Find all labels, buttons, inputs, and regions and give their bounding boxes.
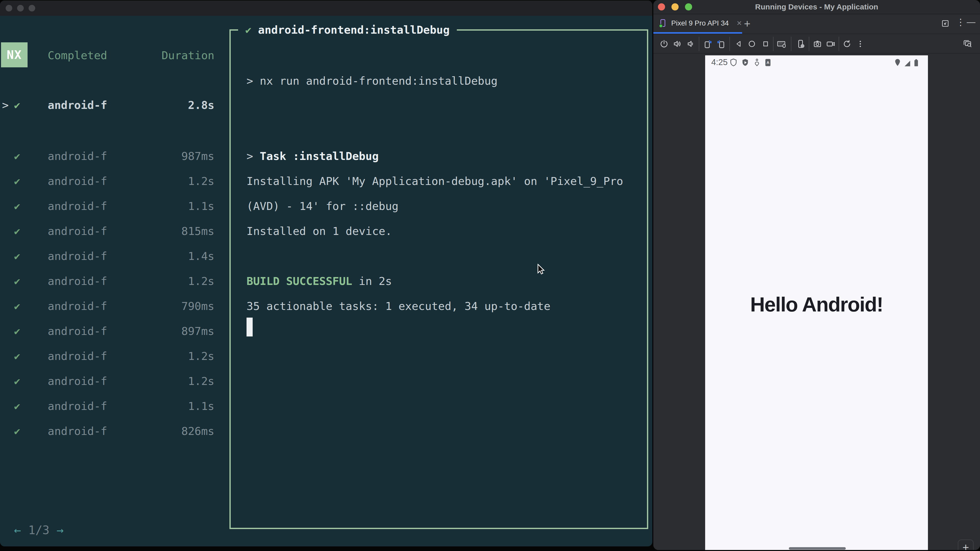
task-duration: 815ms xyxy=(163,225,215,238)
check-icon: ✔ xyxy=(14,375,20,387)
task-name: android-f xyxy=(48,99,107,111)
emulator-toolbar xyxy=(653,34,980,54)
device-settings-icon[interactable] xyxy=(795,39,806,49)
check-icon: ✔ xyxy=(14,425,20,437)
zoom-circle-icon[interactable] xyxy=(685,3,692,11)
close-circle-icon[interactable] xyxy=(6,5,12,11)
restart-icon[interactable] xyxy=(842,39,852,49)
task-row[interactable]: ✔ android-f 1.2s xyxy=(0,173,215,189)
task-duration: 2.8s xyxy=(163,99,215,111)
task-row[interactable]: ✔ android-f 1.2s xyxy=(0,273,215,289)
task-duration: 826ms xyxy=(163,425,215,437)
check-icon: ✔ xyxy=(14,275,20,287)
minimize-circle-icon[interactable] xyxy=(671,3,679,11)
window-title: Running Devices - My Application xyxy=(653,0,980,14)
minimize-circle-icon[interactable] xyxy=(17,5,24,11)
screen-record-icon[interactable] xyxy=(826,39,836,49)
running-devices-window: Running Devices - My Application Pixel 9… xyxy=(653,0,980,550)
back-icon[interactable] xyxy=(734,39,743,48)
column-duration: Duration xyxy=(162,49,215,62)
task-row[interactable]: ✔ android-f 1.1s xyxy=(0,398,215,414)
hello-android-text: Hello Android! xyxy=(705,293,928,316)
task-row[interactable]: ✔ android-f 815ms xyxy=(0,223,215,239)
volume-up-icon[interactable] xyxy=(673,39,682,49)
column-completed: Completed xyxy=(48,49,107,62)
more-vertical-icon[interactable]: ⋮ xyxy=(956,17,965,27)
power-icon[interactable] xyxy=(659,39,669,49)
terminal-cursor xyxy=(247,318,253,337)
battery-icon xyxy=(912,58,920,68)
running-devices-titlebar[interactable]: Running Devices - My Application xyxy=(653,0,980,14)
check-icon: ✔ xyxy=(14,300,20,312)
toolbar-separator xyxy=(809,37,809,51)
terminal-task-title: android-frontend:installDebug xyxy=(258,24,450,36)
task-row[interactable]: ✔ android-f 897ms xyxy=(0,323,215,339)
rotate-right-icon[interactable] xyxy=(716,39,727,49)
new-tab-icon[interactable]: + xyxy=(744,17,751,30)
phone-device-icon xyxy=(659,18,667,28)
terminal-line-task: > Task :installDebug xyxy=(247,148,379,164)
task-name: android-f xyxy=(48,200,107,213)
close-circle-icon[interactable] xyxy=(658,3,665,11)
home-icon[interactable] xyxy=(747,39,756,48)
app-a-icon: A xyxy=(764,58,772,68)
task-label: Task :installDebug xyxy=(260,150,379,162)
running-devices-content: 4:25 xyxy=(653,53,980,550)
prev-page-arrow-icon[interactable]: ← xyxy=(14,523,21,537)
task-row[interactable]: ✔ android-f 826ms xyxy=(0,423,215,439)
float-window-icon[interactable] xyxy=(941,19,950,28)
screenshot-icon[interactable] xyxy=(812,39,822,49)
task-name: android-f xyxy=(48,400,107,413)
desktop: NX Completed Duration > ✔ android-f 2.8s… xyxy=(0,0,980,551)
zoom-controls-panel: + − 1:1 xyxy=(958,540,974,550)
check-icon: ✔ xyxy=(14,200,20,212)
nx-logo: NX xyxy=(1,42,27,67)
task-duration: 897ms xyxy=(163,325,215,338)
check-icon: ✔ xyxy=(14,250,20,262)
page-indicator: 1/3 xyxy=(28,523,49,537)
task-row[interactable]: ✔ android-f 1.1s xyxy=(0,198,215,214)
task-name: android-f xyxy=(48,425,107,437)
task-list-header: Completed Duration xyxy=(48,48,215,63)
more-options-icon[interactable] xyxy=(856,39,865,48)
profile-pin-icon xyxy=(753,58,761,68)
terminal-line-build-result: BUILD SUCCESSFUL in 2s xyxy=(247,273,392,289)
terminal-line-installed: Installed on 1 device. xyxy=(247,223,392,239)
task-name: android-f xyxy=(48,225,107,238)
tab-pixel-9-pro[interactable]: Pixel 9 Pro API 34 ✕ xyxy=(659,14,742,32)
task-row[interactable]: ✔ android-f 1.4s xyxy=(0,248,215,264)
task-name: android-f xyxy=(48,150,107,162)
task-row[interactable]: ✔ android-f 1.2s xyxy=(0,348,215,364)
overview-icon[interactable] xyxy=(761,39,770,48)
hide-icon[interactable]: — xyxy=(967,17,975,27)
gesture-navigation-pill[interactable] xyxy=(789,547,846,550)
task-row[interactable]: ✔ android-f 987ms xyxy=(0,148,215,164)
zoom-circle-icon[interactable] xyxy=(29,5,35,11)
keyboard-icon[interactable] xyxy=(776,39,787,49)
mouse-cursor xyxy=(537,264,546,275)
volume-down-icon[interactable] xyxy=(686,39,695,49)
task-duration: 1.1s xyxy=(163,200,215,213)
pagination: ← 1/3 → xyxy=(14,522,64,538)
screen-search-icon[interactable] xyxy=(963,39,973,49)
next-page-arrow-icon[interactable]: → xyxy=(57,523,64,537)
status-time: 4:25 xyxy=(711,57,728,67)
toolbar-separator xyxy=(729,37,730,51)
build-time: in 2s xyxy=(352,275,392,287)
task-duration: 1.2s xyxy=(163,275,215,287)
expand-caret-icon[interactable]: > xyxy=(2,99,9,111)
terminal-titlebar[interactable] xyxy=(0,0,652,16)
tab-close-icon[interactable]: ✕ xyxy=(737,19,742,27)
device-status-bar: 4:25 xyxy=(705,56,928,68)
task-row[interactable]: ✔ android-f 1.2s xyxy=(0,373,215,389)
device-screen[interactable]: 4:25 xyxy=(705,56,928,550)
task-name: android-f xyxy=(48,250,107,262)
task-row[interactable]: ✔ android-f 790ms xyxy=(0,298,215,314)
location-icon xyxy=(893,58,902,68)
task-name: android-f xyxy=(48,350,107,362)
task-row-selected[interactable]: > ✔ android-f 2.8s xyxy=(0,97,215,113)
toolbar-separator xyxy=(838,37,839,51)
rotate-left-icon[interactable] xyxy=(702,39,713,49)
task-name: android-f xyxy=(48,275,107,287)
zoom-in-button[interactable]: + xyxy=(958,541,973,550)
